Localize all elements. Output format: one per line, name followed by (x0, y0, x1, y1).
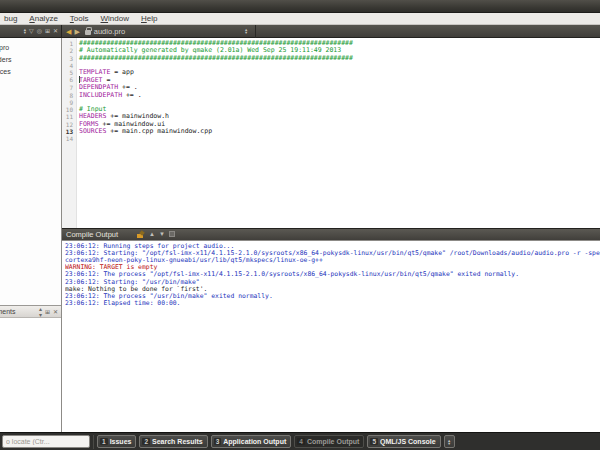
lock-icon (85, 30, 91, 35)
menu-item-window[interactable]: Window (95, 14, 135, 23)
sidebar-header: ▴▾ ▽ ◎ ⊞ ✕ (0, 25, 62, 37)
tree-item-audio-pro[interactable]: audio.pro (0, 42, 61, 54)
code-line: 4 (62, 62, 600, 69)
line-number: 13 (62, 128, 75, 135)
go-forward-icon[interactable]: ▶ (74, 28, 79, 35)
line-number: 9 (62, 99, 75, 106)
menu-item-tools[interactable]: Tools (64, 14, 95, 23)
output-pane-button-issues[interactable]: 1Issues (97, 435, 136, 448)
line-number: 11 (62, 113, 75, 120)
line-number: 2 (62, 47, 75, 54)
sidebar-pane-selector-icon[interactable]: ▴▾ (24, 28, 26, 34)
code-text (75, 135, 83, 142)
line-number: 14 (62, 135, 75, 142)
editor-column: 1#######################################… (62, 38, 600, 432)
tree-item-headers[interactable]: Headers (0, 54, 61, 66)
line-number: 7 (62, 84, 75, 91)
code-line: 6TARGET = (62, 76, 600, 84)
code-line: 9 (62, 99, 600, 106)
line-number: 6 (62, 76, 75, 84)
open-documents-pane-header: Open Documents ▴▾ ⊞ ✕ (0, 305, 61, 318)
window-title-panel (0, 0, 600, 13)
output-pane-button-search-results[interactable]: 2Search Results (139, 435, 207, 448)
next-item-icon[interactable]: ▼ (159, 231, 165, 237)
compile-output-body[interactable]: 23:06:12: Running steps for project audi… (62, 241, 600, 433)
output-pane-button-compile-output[interactable]: 4Compile Output (294, 435, 364, 448)
output-line: 23:06:12: Starting: "/usr/bin/make" (65, 279, 600, 286)
code-text: INCLUDEPATH += . (75, 92, 142, 99)
pane-close-icon[interactable]: ✕ (53, 309, 58, 315)
clear-output-icon[interactable] (136, 230, 145, 239)
open-documents-list[interactable] (0, 318, 61, 432)
compile-output-title: Compile Output (66, 230, 118, 239)
main-area: audio.proHeadersSources Open Documents ▴… (0, 38, 600, 432)
pane-split-icon[interactable]: ⊞ (45, 309, 50, 315)
maximize-pane-icon[interactable] (169, 231, 175, 237)
left-sidebar: audio.proHeadersSources Open Documents ▴… (0, 38, 62, 432)
output-line: 23:06:12: Elapsed time: 00:00. (65, 300, 600, 307)
line-number: 3 (62, 55, 75, 62)
line-number: 10 (62, 106, 75, 113)
tree-item-sources[interactable]: Sources (0, 66, 61, 78)
code-text: SOURCES += main.cpp mainwindow.cpp (75, 128, 212, 135)
menubar: bugAnalyzeToolsWindowHelp (0, 13, 600, 25)
menu-item-analyze[interactable]: Analyze (23, 14, 63, 23)
output-line: WARNING: TARGET is empty (65, 264, 600, 271)
editor-toolbar: ◀ ▶ audio.pro ▴▾ (62, 25, 600, 37)
code-lines: 1#######################################… (62, 38, 600, 143)
locate-input[interactable] (2, 435, 90, 448)
line-number: 8 (62, 92, 75, 99)
open-documents-title: Open Documents (3, 308, 15, 315)
output-line: make: Nothing to be done for `first'. (65, 286, 600, 293)
code-line: 7DEPENDPATH += . (62, 84, 600, 91)
output-pane-button-application-output[interactable]: 3Application Output (211, 435, 292, 448)
code-line: 5TEMPLATE = app (62, 69, 600, 76)
open-document-title[interactable]: audio.pro (94, 27, 125, 36)
output-line: cortexa9hf-neon-poky-linux-gnueabi/usr/l… (65, 257, 600, 264)
output-line: 23:06:12: Running steps for project audi… (65, 243, 600, 250)
previous-item-icon[interactable]: ▲ (149, 231, 155, 237)
menu-item-help[interactable]: Help (135, 14, 163, 23)
pane-selector-icon[interactable]: ▴▾ (39, 306, 42, 318)
compile-output-header: Compile Output ▲ ▼ (62, 228, 600, 241)
code-line: 14 (62, 135, 600, 142)
split-icon[interactable]: ⊞ (45, 28, 50, 34)
output-line: 23:06:12: The process "/opt/fsl-imx-x11/… (65, 271, 600, 278)
toolbar-separator (255, 25, 256, 38)
code-editor[interactable]: 1#######################################… (62, 38, 600, 228)
bottom-bar-separator (93, 435, 94, 449)
line-number: 1 (62, 40, 75, 47)
output-line: 23:06:12: Starting: "/opt/fsl-imx-x11/4.… (65, 250, 600, 257)
sync-with-editor-icon[interactable]: ◎ (37, 28, 42, 34)
go-back-icon[interactable]: ◀ (66, 28, 71, 35)
project-tree: audio.proHeadersSources (0, 38, 61, 305)
filter-icon[interactable]: ▽ (29, 28, 34, 34)
qt-creator-window: bugAnalyzeToolsWindowHelp ▴▾ ▽ ◎ ⊞ ✕ ◀ ▶… (0, 0, 600, 450)
toolbar-row: ▴▾ ▽ ◎ ⊞ ✕ ◀ ▶ audio.pro ▴▾ (0, 25, 600, 38)
line-number: 5 (62, 69, 75, 76)
line-number: 12 (62, 121, 75, 128)
code-text: ########################################… (75, 55, 353, 62)
line-number: 4 (62, 62, 75, 69)
menu-item-bug[interactable]: bug (0, 14, 23, 23)
output-line: 23:06:12: The process "/usr/bin/make" ex… (65, 293, 600, 300)
close-sidebar-icon[interactable]: ✕ (53, 28, 58, 34)
code-line: 13SOURCES += main.cpp mainwindow.cpp (62, 128, 600, 135)
output-pane-button-qml-js-console[interactable]: 5QML/JS Console (367, 435, 440, 448)
output-pane-arrows-button[interactable]: ▴▾ (444, 435, 455, 448)
bottom-bar: 1Issues2Search Results3Application Outpu… (0, 432, 600, 450)
code-line: 8INCLUDEPATH += . (62, 92, 600, 99)
document-dropdown-icon[interactable]: ▴▾ (245, 28, 247, 34)
code-line: 3#######################################… (62, 55, 600, 62)
